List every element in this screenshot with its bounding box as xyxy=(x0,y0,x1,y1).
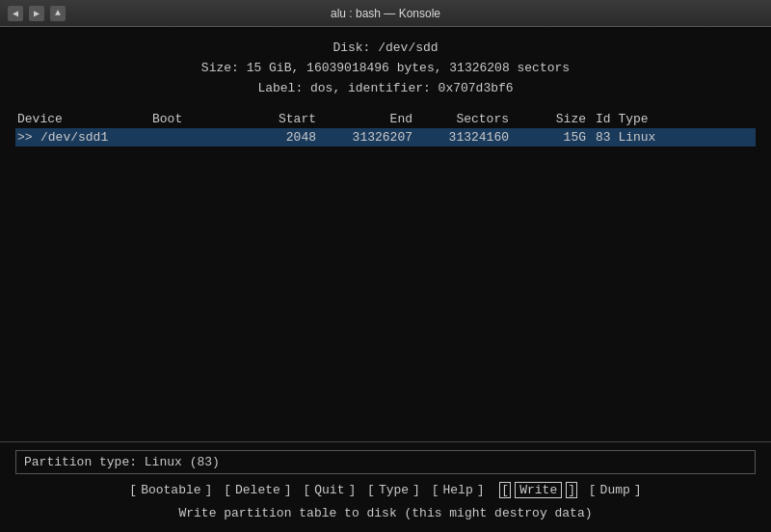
row-arrow: >> xyxy=(15,130,39,145)
disk-size-line: Size: 15 GiB, 16039018496 bytes, 3132620… xyxy=(0,59,771,79)
row-size: 15G xyxy=(517,130,594,145)
col-header-sectors: Sectors xyxy=(420,112,517,126)
menu-sep-4: [ xyxy=(424,483,439,497)
menu-item-quit[interactable]: Quit xyxy=(314,483,344,497)
menu-active-bracket-close: ] xyxy=(566,482,577,498)
row-start: 2048 xyxy=(227,130,324,145)
menu-item-bootable[interactable]: Bootable xyxy=(141,483,200,497)
menu-item-help[interactable]: Help xyxy=(443,483,473,497)
bottom-section: Partition type: Linux (83) [ Bootable ] … xyxy=(0,441,771,524)
row-sectors: 31324160 xyxy=(420,130,517,145)
menu-item-dump[interactable]: Dump xyxy=(600,483,630,497)
table-header-row: Device Boot Start End Sectors Size Id Ty… xyxy=(15,110,756,128)
row-idtype: 83 Linux xyxy=(594,130,690,145)
menu-bracket-close-3: ] xyxy=(348,483,356,497)
title-bar-btn-up[interactable]: ▲ xyxy=(50,6,66,21)
col-header-boot: Boot xyxy=(150,112,227,126)
partition-type-text: Partition type: Linux (83) xyxy=(24,455,220,469)
partition-type-bar: Partition type: Linux (83) xyxy=(15,450,756,474)
title-bar-btn-forward[interactable]: ▶ xyxy=(29,6,44,21)
title-bar: ◀ ▶ ▲ alu : bash — Konsole xyxy=(0,0,771,27)
row-device: /dev/sdd1 xyxy=(39,130,150,145)
menu-sep-3: [ xyxy=(359,483,375,497)
menu-bar: [ Bootable ] [ Delete ] [ Quit ] [ Type … xyxy=(15,482,756,498)
menu-active-bracket-open: [ xyxy=(499,482,511,498)
window-title: alu : bash — Konsole xyxy=(66,7,705,20)
col-header-device: Device xyxy=(15,112,150,126)
menu-bracket-open-1: [ xyxy=(129,483,137,497)
menu-bracket-close-7: ] xyxy=(634,483,642,497)
col-header-end: End xyxy=(324,112,420,126)
row-boot xyxy=(150,130,227,145)
menu-bracket-close-1: ] xyxy=(205,483,213,497)
status-text: Write partition table to disk (this migh… xyxy=(178,506,592,520)
table-row[interactable]: >> /dev/sdd1 2048 31326207 31324160 15G … xyxy=(15,128,756,146)
menu-bracket-close-4: ] xyxy=(412,483,420,497)
menu-bracket-close-5: ] xyxy=(477,483,485,497)
col-header-idtype: Id Type xyxy=(594,112,690,126)
menu-bracket-close-2: ] xyxy=(284,483,292,497)
menu-sep-5 xyxy=(489,483,496,497)
status-line: Write partition table to disk (this migh… xyxy=(15,504,756,520)
menu-sep-2: [ xyxy=(296,483,311,497)
disk-info: Disk: /dev/sdd Size: 15 GiB, 16039018496… xyxy=(0,35,771,102)
menu-item-type[interactable]: Type xyxy=(379,483,409,497)
title-bar-controls[interactable]: ◀ ▶ ▲ xyxy=(8,6,66,21)
menu-item-delete[interactable]: Delete xyxy=(235,483,280,497)
disk-header: Disk: /dev/sdd xyxy=(0,39,771,59)
col-header-size: Size xyxy=(517,112,594,126)
row-end: 31326207 xyxy=(324,130,420,145)
col-header-start: Start xyxy=(227,112,324,126)
menu-item-write[interactable]: Write xyxy=(515,482,562,498)
disk-label-line: Label: dos, identifier: 0x707d3bf6 xyxy=(0,79,771,99)
terminal-area: Disk: /dev/sdd Size: 15 GiB, 16039018496… xyxy=(0,27,771,532)
menu-sep-6: [ xyxy=(581,483,597,497)
partition-table: Device Boot Start End Sectors Size Id Ty… xyxy=(0,110,771,441)
menu-sep-1: [ xyxy=(216,483,231,497)
title-bar-btn-back[interactable]: ◀ xyxy=(8,6,23,21)
